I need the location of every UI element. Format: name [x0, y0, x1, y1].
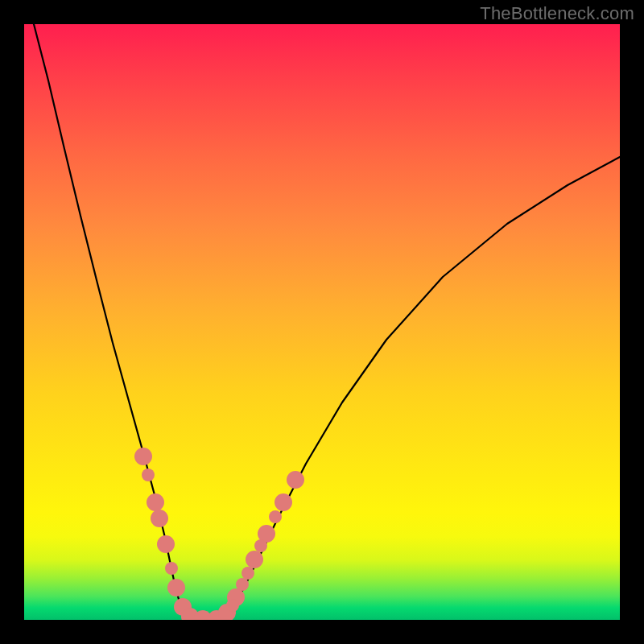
marker-dot: [134, 448, 152, 465]
marker-dot: [226, 599, 239, 612]
marker-dot: [242, 567, 254, 580]
marker-dot: [254, 539, 267, 552]
marker-dot: [147, 493, 164, 511]
marker-dot: [275, 493, 292, 511]
marker-dot: [157, 535, 175, 553]
marker-dot: [167, 579, 185, 597]
marker-dot: [236, 578, 249, 591]
marker-dots: [134, 448, 304, 620]
marker-dot: [287, 471, 304, 489]
curve-path: [34, 24, 620, 620]
watermark-text: TheBottleneck.com: [480, 3, 634, 24]
bottleneck-curve: [34, 24, 620, 620]
plot-area: [24, 24, 620, 620]
marker-dot: [246, 551, 263, 568]
marker-dot: [269, 510, 282, 523]
marker-dot: [151, 510, 168, 527]
marker-dot: [142, 469, 155, 481]
chart-svg: [24, 24, 620, 620]
marker-dot: [165, 562, 178, 575]
